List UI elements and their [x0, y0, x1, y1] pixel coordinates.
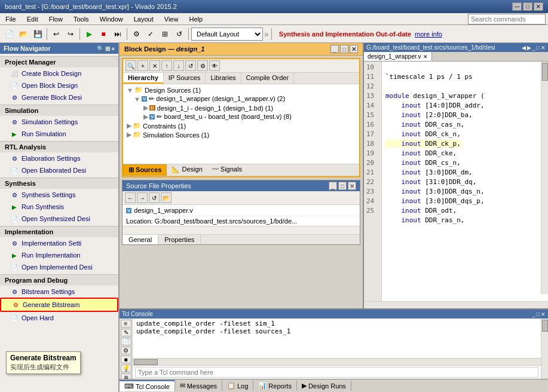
- menu-layout[interactable]: Layout: [131, 14, 157, 24]
- sfp-minimize-button[interactable]: _: [329, 182, 337, 190]
- undo-button[interactable]: ↩: [50, 27, 63, 41]
- tcl-vbtn-6[interactable]: 💡: [121, 365, 131, 372]
- menu-help[interactable]: Help: [186, 14, 206, 24]
- nav-item-run-sim[interactable]: ▶ Run Simulation: [0, 128, 118, 140]
- tcl-vbtn-3[interactable]: 📄: [121, 338, 131, 345]
- tcl-vscroll-thumb[interactable]: [542, 320, 548, 332]
- sfp-forward-button[interactable]: →: [137, 192, 148, 203]
- sources-refresh-button[interactable]: ↺: [185, 60, 196, 71]
- tree-design1[interactable]: ▶ D design_1_i - design_1 (design_1.bd) …: [124, 103, 358, 112]
- menu-flow[interactable]: Flow: [46, 14, 66, 24]
- menu-tools[interactable]: Tools: [71, 14, 92, 24]
- code-vscrollbar[interactable]: [541, 62, 548, 294]
- tree-board-test[interactable]: ▶ V ✏ board_test_u - board_test (board_t…: [124, 112, 358, 121]
- step-button[interactable]: ⏭: [111, 27, 124, 41]
- menu-edit[interactable]: Edit: [24, 14, 41, 24]
- nav-item-run-synth[interactable]: ▶ Run Synthesis: [0, 201, 118, 213]
- tcl-hscroll-thumb[interactable]: [134, 359, 158, 365]
- tab-compile-order[interactable]: Compile Order: [241, 73, 295, 84]
- tree-design-sources[interactable]: ▼ 📁 Design Sources (1): [124, 85, 358, 94]
- code-editor-close-button[interactable]: ✕: [541, 45, 546, 51]
- subtab-signals[interactable]: 〰 Signals: [207, 164, 247, 176]
- flow-nav-expand-icon[interactable]: ⊞: [105, 45, 110, 52]
- sources-up-button[interactable]: ↑: [161, 60, 172, 71]
- code-hscrollbar[interactable]: [364, 301, 548, 308]
- sources-settings-button[interactable]: ⚙: [197, 60, 208, 71]
- tcl-btab-log[interactable]: 📋 Log: [222, 381, 253, 391]
- stop-button[interactable]: ■: [97, 27, 110, 41]
- tab-hierarchy[interactable]: Hierarchy: [123, 73, 164, 84]
- bd-close-button[interactable]: ✕: [350, 45, 358, 53]
- code-scroll-area[interactable]: `timescale 1 ps / 1 ps module design_1_w…: [382, 62, 548, 301]
- bd-maximize-button[interactable]: □: [340, 45, 348, 53]
- tcl-hscrollbar[interactable]: [133, 358, 541, 365]
- tcl-btab-console[interactable]: ⌨ Tcl Console: [120, 380, 175, 391]
- nav-item-sim-settings[interactable]: ⚙ Simulation Settings: [0, 116, 118, 128]
- tab-libraries[interactable]: Libraries: [206, 73, 241, 84]
- sources-down-button[interactable]: ↓: [173, 60, 184, 71]
- sources-view-button[interactable]: 👁: [209, 60, 220, 71]
- tcl-btab-design-runs[interactable]: ▶ Design Runs: [297, 381, 351, 391]
- maximize-button[interactable]: □: [523, 2, 532, 11]
- subtab-design[interactable]: 📐 Design: [167, 164, 207, 176]
- tree-sim-sources[interactable]: ▶ 📁 Simulation Sources (1): [124, 130, 358, 139]
- more-info-link[interactable]: more info: [415, 30, 442, 38]
- nav-item-elab-settings[interactable]: ⚙ Elaboration Settings: [0, 152, 118, 164]
- code-editor-prev-button[interactable]: ◀: [522, 45, 526, 51]
- tcl-vbtn-1[interactable]: ≡: [121, 320, 131, 327]
- open-button[interactable]: 📂: [17, 27, 30, 41]
- tcl-vbtn-4[interactable]: ⚙: [121, 347, 131, 354]
- nav-item-open-block[interactable]: 📄 Open Block Design: [0, 79, 118, 91]
- code-vscroll-thumb[interactable]: [542, 63, 548, 81]
- code-editor-minimize-button[interactable]: _: [532, 45, 535, 51]
- nav-item-open-hardware[interactable]: 📄 Open Hard: [0, 312, 118, 324]
- nav-item-open-synth[interactable]: 📄 Open Synthesized Desi: [0, 213, 118, 225]
- toolbar-expand[interactable]: »: [264, 29, 269, 39]
- sources-add-button[interactable]: +: [137, 60, 148, 71]
- nav-item-open-elab[interactable]: 📄 Open Elaborated Desi: [0, 164, 118, 176]
- tcl-vbtn-5[interactable]: ■: [121, 356, 131, 363]
- tab-ip-sources[interactable]: IP Sources: [164, 73, 206, 84]
- sfp-tab-general[interactable]: General: [123, 235, 158, 244]
- code-tab-wrapper-close[interactable]: ✕: [423, 54, 428, 60]
- code-tab-wrapper[interactable]: design_1_wrapper.v ✕: [364, 52, 432, 61]
- nav-item-synth-settings[interactable]: ⚙ Synthesis Settings: [0, 189, 118, 201]
- flow-nav-search-icon[interactable]: 🔍: [97, 45, 104, 52]
- tcl-vscrollbar[interactable]: [541, 318, 548, 379]
- sources-search-button[interactable]: 🔍: [125, 60, 136, 71]
- tcl-minimize-button[interactable]: _: [532, 311, 535, 317]
- sfp-maximize-button[interactable]: □: [338, 182, 347, 190]
- tcl-btab-reports[interactable]: 📊 Reports: [253, 381, 297, 391]
- nav-item-generate-block[interactable]: ⚙ Generate Block Desi: [0, 91, 118, 103]
- nav-item-impl-settings[interactable]: ⚙ Implementation Setti: [0, 237, 118, 249]
- settings-button[interactable]: ⚙: [130, 27, 143, 41]
- bd-minimize-button[interactable]: _: [330, 45, 339, 53]
- nav-item-run-impl[interactable]: ▶ Run Implementation: [0, 249, 118, 261]
- close-button[interactable]: ✕: [534, 2, 543, 11]
- tcl-input[interactable]: [135, 367, 538, 378]
- validate-button[interactable]: ✓: [144, 27, 157, 41]
- sfp-open-button[interactable]: 📂: [161, 192, 172, 203]
- code-editor-next-button[interactable]: ▶: [527, 45, 531, 51]
- new-file-button[interactable]: 📄: [2, 27, 16, 41]
- nav-item-open-impl[interactable]: 📄 Open Implemented Desi: [0, 261, 118, 273]
- redo-button[interactable]: ↪: [64, 27, 77, 41]
- nav-item-generate-bitstream[interactable]: ⚙ Generate Bitstream: [0, 298, 118, 312]
- tree-wrapper[interactable]: ▼ V ✏ design_1_wrapper (design_1_wrapper…: [124, 94, 358, 103]
- tcl-maximize-button[interactable]: □: [537, 311, 540, 317]
- minimize-button[interactable]: —: [512, 2, 522, 11]
- nav-item-create-block[interactable]: ⬜ Create Block Design: [0, 68, 118, 79]
- sfp-tab-properties[interactable]: Properties: [158, 235, 201, 244]
- refresh-button[interactable]: ↺: [173, 27, 186, 41]
- generate-button[interactable]: ⊞: [158, 27, 172, 41]
- nav-item-bitstream-settings[interactable]: ⚙ Bitstream Settings: [0, 286, 118, 298]
- tcl-btab-messages[interactable]: ✉ Messages: [175, 381, 222, 391]
- subtab-sources[interactable]: ⊞ Sources: [123, 164, 167, 176]
- search-input[interactable]: [468, 14, 546, 24]
- menu-window[interactable]: Window: [97, 14, 126, 24]
- run-button[interactable]: ▶: [82, 27, 96, 41]
- sources-remove-button[interactable]: ✕: [149, 60, 160, 71]
- menu-view[interactable]: View: [161, 14, 182, 24]
- tcl-close-button[interactable]: ✕: [541, 311, 546, 317]
- tcl-vbtn-2[interactable]: ✎: [121, 329, 131, 336]
